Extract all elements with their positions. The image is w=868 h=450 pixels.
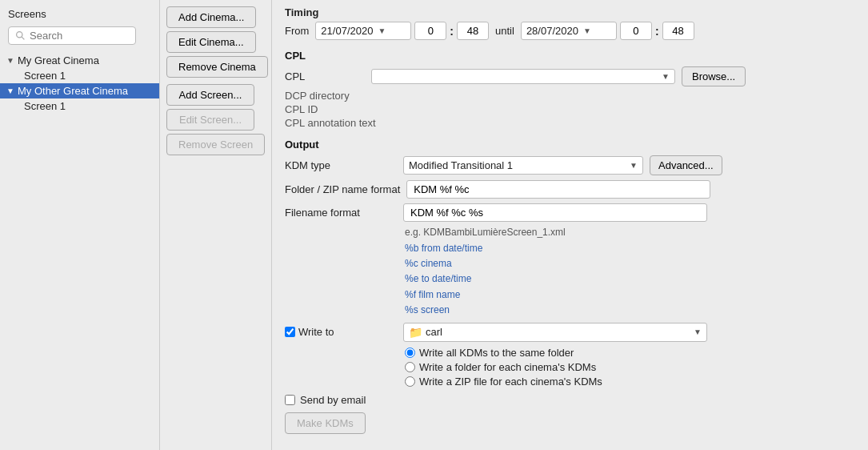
svg-line-1 [22, 37, 24, 39]
send-email-checkbox[interactable] [285, 395, 295, 405]
until-hour-input[interactable] [620, 22, 652, 40]
radio-cinema-folder-label: Write a folder for each cinema's KDMs [419, 361, 596, 373]
filename-format-input[interactable] [403, 203, 707, 222]
radio-options: Write all KDMs to the same folder Write … [405, 347, 855, 388]
from-date-value: 21/07/2020 [321, 25, 373, 37]
radio-option-1[interactable]: Write all KDMs to the same folder [405, 347, 855, 359]
tree-item-cinema1[interactable]: ▼ My Great Cinema [0, 53, 159, 68]
right-panel: Timing From 21/07/2020 ▼ : until 28/07/2… [272, 0, 868, 450]
write-to-folder-value: carl [426, 326, 690, 338]
colon-1: : [450, 25, 454, 38]
tree-area: ▼ My Great Cinema Screen 1 ▼ My Other Gr… [0, 50, 159, 117]
add-cinema-button[interactable]: Add Cinema... [166, 6, 256, 28]
search-box [8, 26, 136, 45]
tree-item-cinema2[interactable]: ▼ My Other Great Cinema [0, 83, 159, 98]
arrow-icon-2: ▼ [6, 86, 18, 95]
cpl-dropdown-arrow: ▼ [662, 72, 670, 81]
radio-option-3[interactable]: Write a ZIP file for each cinema's KDMs [405, 376, 855, 388]
timing-row: From 21/07/2020 ▼ : until 28/07/2020 ▼ : [285, 22, 855, 40]
edit-screen-button[interactable]: Edit Screen... [166, 109, 254, 131]
until-label: until [495, 25, 514, 37]
kdm-type-label: KDM type [285, 159, 397, 171]
until-date-select[interactable]: 28/07/2020 ▼ [521, 22, 617, 40]
search-icon [15, 30, 26, 41]
output-title: Output [285, 139, 855, 151]
radio-zip-folder[interactable] [405, 376, 415, 387]
remove-screen-button[interactable]: Remove Screen [166, 134, 265, 155]
cinema1-label: My Great Cinema [18, 54, 99, 66]
radio-zip-folder-label: Write a ZIP file for each cinema's KDMs [419, 376, 602, 388]
cpl-dropdown[interactable]: ▼ [371, 69, 675, 84]
search-input[interactable] [30, 30, 126, 42]
advanced-button[interactable]: Advanced... [650, 155, 722, 175]
filename-format-label: Filename format [285, 207, 397, 219]
until-date-arrow: ▼ [583, 26, 591, 35]
kdm-type-value: Modified Transitional 1 [409, 159, 630, 171]
arrow-icon: ▼ [6, 56, 18, 65]
radio-same-folder-label: Write all KDMs to the same folder [419, 347, 574, 359]
write-to-dropdown[interactable]: 📁 carl ▼ [403, 323, 707, 342]
var-f: %f film name [405, 287, 855, 303]
folder-zip-input[interactable] [406, 180, 710, 199]
cpl-label: CPL [285, 70, 365, 82]
dcp-directory-label: DCP directory [285, 90, 365, 102]
var-s: %s screen [405, 303, 855, 318]
from-date-arrow: ▼ [378, 26, 386, 35]
cinema-screen-buttons: Add Cinema... Edit Cinema... Remove Cine… [160, 0, 272, 450]
radio-cinema-folder[interactable] [405, 362, 415, 372]
until-minute-input[interactable] [662, 22, 694, 40]
var-e: %e to date/time [405, 271, 855, 287]
svg-point-0 [17, 32, 22, 38]
from-hour-input[interactable] [414, 22, 446, 40]
format-vars: %b from date/time %c cinema %e to date/t… [405, 241, 855, 318]
cpl-title: CPL [285, 50, 855, 62]
var-c: %c cinema [405, 256, 855, 271]
screen1-cinema2-label: Screen 1 [24, 100, 66, 112]
screen1-cinema1-label: Screen 1 [24, 70, 66, 82]
send-email-row: Send by email [285, 394, 855, 406]
cinema2-label: My Other Great Cinema [18, 85, 128, 97]
add-screen-button[interactable]: Add Screen... [166, 84, 254, 106]
screens-title: Screens [0, 6, 159, 23]
from-date-select[interactable]: 21/07/2020 ▼ [315, 22, 411, 40]
write-to-arrow: ▼ [694, 327, 702, 336]
send-email-label: Send by email [300, 394, 366, 406]
colon-2: : [655, 25, 659, 38]
write-to-checkbox[interactable] [285, 327, 295, 337]
edit-cinema-button[interactable]: Edit Cinema... [166, 31, 256, 53]
folder-icon: 📁 [409, 326, 422, 339]
browse-button[interactable]: Browse... [682, 66, 746, 86]
write-to-label-text: Write to [298, 326, 334, 338]
kdm-type-dropdown[interactable]: Modified Transitional 1 ▼ [403, 156, 643, 175]
write-to-checkbox-label[interactable]: Write to [285, 326, 397, 338]
remove-cinema-button[interactable]: Remove Cinema [166, 56, 268, 78]
from-label: From [285, 25, 309, 37]
var-b: %b from date/time [405, 241, 855, 256]
format-hint: e.g. KDMBambiLumièreScreen_1.xml [405, 227, 855, 238]
cpl-id-label: CPL ID [285, 103, 365, 115]
from-minute-input[interactable] [457, 22, 489, 40]
timing-title: Timing [285, 6, 855, 18]
kdm-type-arrow: ▼ [630, 161, 638, 170]
until-date-value: 28/07/2020 [526, 25, 578, 37]
tree-child-screen1-cinema2[interactable]: Screen 1 [0, 98, 159, 114]
tree-child-screen1-cinema1[interactable]: Screen 1 [0, 68, 159, 83]
folder-zip-label: Folder / ZIP name format [285, 183, 400, 195]
radio-same-folder[interactable] [405, 348, 415, 358]
radio-option-2[interactable]: Write a folder for each cinema's KDMs [405, 361, 855, 373]
cpl-annotation-label: CPL annotation text [285, 117, 376, 129]
make-kdms-button[interactable]: Make KDMs [285, 412, 366, 434]
